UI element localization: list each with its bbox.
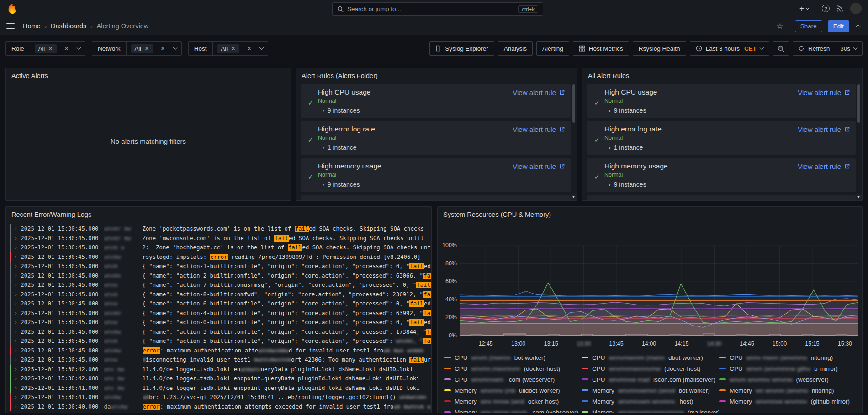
scrollbar-thumb[interactable] (572, 84, 575, 123)
legend-item[interactable]: Memory wnv mnvw (wndocker-host) (444, 396, 582, 407)
alert-rule-instances-toggle[interactable]: ›1 instance (604, 144, 798, 151)
legend-item[interactable]: wnvm wnvmnv wmvnw (webserver) (719, 374, 857, 385)
scroll-down-icon[interactable]: ▼ (571, 194, 577, 200)
log-line[interactable]: ›2025-12-01 15:30:45.000wnvmn{ "name": "… (10, 309, 431, 318)
menu-toggle-icon[interactable] (6, 23, 15, 29)
chevron-down-icon[interactable] (77, 47, 80, 49)
expand-log-icon[interactable]: › (14, 355, 17, 365)
expand-log-icon[interactable]: › (14, 224, 17, 234)
log-line[interactable]: ›2025-12-01 15:30:45.000wnvmwerror: maxi… (10, 346, 431, 356)
alert-rule-instances-toggle[interactable]: ›9 instances (318, 181, 513, 188)
log-line[interactable]: ›2025-12-01 15:30:45.000wnvm{ "name": "a… (10, 290, 431, 299)
add-new-button[interactable]: + (799, 4, 809, 13)
log-line[interactable]: ›2025-12-01 15:30:45.000wnvw{ "name": "a… (10, 318, 431, 327)
expand-log-icon[interactable]: › (14, 365, 17, 374)
legend-item[interactable]: Memory wnvmnvwm wnvmnv.host) (582, 396, 719, 407)
view-alert-rule-link[interactable]: View alert rule (798, 125, 850, 151)
expand-log-icon[interactable]: › (14, 383, 17, 393)
panel-title[interactable]: Active Alerts (6, 68, 291, 84)
refresh-interval-dropdown[interactable]: 30s (835, 42, 862, 55)
alert-rule-instances-toggle[interactable]: ›9 instances (604, 107, 798, 114)
clear-filter-icon[interactable]: ✕ (247, 45, 252, 52)
log-line[interactable]: ›2025-12-01 15:30:45.000wnvmwrsyslogd: i… (10, 252, 431, 262)
expand-log-icon[interactable]: › (14, 374, 17, 383)
share-button[interactable]: Share (795, 20, 822, 32)
filter-value-chip[interactable]: All✕ (131, 44, 153, 53)
expand-log-icon[interactable]: › (14, 243, 17, 252)
view-alert-rule-link[interactable]: View alert rule (513, 162, 565, 188)
news-rss-icon[interactable] (836, 5, 844, 12)
view-alert-rule-link[interactable]: View alert rule (798, 88, 850, 114)
clear-filter-icon[interactable]: ✕ (160, 45, 165, 52)
log-line[interactable]: ›2025-12-01 15:30:42.000wnv mw11.4.0/ce … (10, 365, 431, 374)
log-line[interactable]: ›2025-12-01 15:30:45.000wnvm{ "name": "a… (10, 262, 431, 271)
expand-log-icon[interactable]: › (14, 309, 17, 318)
expand-log-icon[interactable]: › (14, 290, 17, 299)
log-line[interactable]: ›2025-12-01 15:30:45.000wnvm{ "name": "a… (10, 336, 431, 346)
filter-value-chip[interactable]: All✕ (35, 44, 57, 53)
log-line[interactable]: ›2025-12-01 15:30:45.000wnvmr mwZone 'mw… (10, 234, 431, 243)
legend-item[interactable]: Memory wnvmnv (mbuildbot-worker) (444, 385, 582, 396)
legend-item[interactable]: CPU wnvmnvw madiscon.com (mailserver) (582, 374, 719, 385)
favorite-star-icon[interactable]: ☆ (776, 21, 783, 31)
plot-area[interactable] (460, 242, 858, 339)
scroll-down-icon[interactable]: ▼ (856, 194, 862, 200)
expand-log-icon[interactable]: › (14, 271, 17, 281)
expand-log-icon[interactable]: › (14, 252, 17, 262)
log-line[interactable]: ›2025-12-01 15:30:40.000dawnvmwerror: ma… (10, 402, 431, 412)
expand-log-icon[interactable]: › (14, 280, 17, 290)
scrollbar-thumb[interactable] (857, 84, 860, 123)
legend-item[interactable]: CPU wnvmn.mwvnnvm (docker-host) (444, 363, 582, 374)
alert-rule-instances-toggle[interactable]: ›9 instances (604, 181, 798, 188)
alert-rule-instances-toggle[interactable]: ›9 instances (318, 107, 513, 114)
expand-log-icon[interactable]: › (14, 346, 17, 356)
chevron-down-icon[interactable] (260, 47, 263, 49)
zoom-out-button[interactable] (773, 41, 789, 56)
log-line[interactable]: ›2025-12-01 15:30:45.000wnvm w2: Zone 'h… (10, 243, 431, 252)
view-alert-rule-link[interactable]: View alert rule (798, 199, 850, 200)
expand-log-icon[interactable]: › (14, 327, 17, 337)
view-alert-rule-link[interactable]: View alert rule (513, 125, 565, 151)
view-alert-rule-link[interactable]: View alert rule (513, 199, 565, 200)
grafana-logo-icon[interactable] (6, 3, 18, 15)
legend-item[interactable]: CPU wnnvmwvnm (mwnndbot-worker) (582, 352, 719, 363)
expand-log-icon[interactable]: › (14, 262, 17, 271)
timeseries-canvas[interactable] (460, 242, 858, 339)
alerting-link-button[interactable]: Alerting (536, 41, 569, 56)
legend-item[interactable]: Memory wnvmnvwmvnwnvmnvw (mailserver) (582, 407, 719, 413)
expand-log-icon[interactable]: › (14, 234, 17, 243)
legend-item[interactable]: CPU wnvm (mwnnvbot-worker) (444, 352, 582, 363)
help-icon[interactable]: ? (822, 5, 830, 12)
log-line[interactable]: ›2025-12-01 15:30:41.000wnvmwwmbr: 1.23.… (10, 393, 431, 402)
log-line[interactable]: ›2025-12-01 15:30:45.000wnvmn{ "name": "… (10, 271, 431, 281)
panel-title[interactable]: Alert Rules (Alerts Folder) (296, 68, 577, 84)
rsyslog-health-link-button[interactable]: Rsyslog Health (633, 41, 686, 56)
breadcrumb-home[interactable]: Home (23, 22, 41, 30)
refresh-button[interactable]: Refresh (793, 42, 835, 55)
panel-title[interactable]: Recent Error/Warning Logs (6, 207, 431, 222)
legend-item[interactable]: CPU wnvmnvwm.com (webserver) (444, 374, 582, 385)
syslog-explorer-link-button[interactable]: Syslog Explorer (429, 41, 494, 56)
panel-title[interactable]: System Resources (CPU & Memory) (438, 207, 862, 222)
legend-item[interactable]: CPU wnvmnmwvnnvmw (docker-host) (582, 363, 719, 374)
expand-log-icon[interactable]: › (14, 393, 17, 402)
clear-filter-icon[interactable]: ✕ (64, 45, 69, 52)
log-line[interactable]: ›2025-12-01 15:30:42.000wnv mw11.4.0/ce … (10, 374, 431, 383)
legend-item[interactable]: Memory wnvmnvw wnvmnv (github-mirror) (719, 396, 857, 407)
search-input[interactable]: Search or jump to... ctrl+k (332, 2, 543, 16)
scrollbar[interactable]: ▼ (571, 84, 577, 200)
legend-item[interactable]: Memory wn wnvmn (wnvmonitoring) (719, 385, 857, 396)
legend-item[interactable]: CPU wnvm (wnvmmnw github-mirror) (719, 363, 857, 374)
legend-item[interactable]: Memory wnvmnvwmvn (wnvdbot-worker) (582, 385, 719, 396)
log-line[interactable]: ›2025-12-01 15:30:45.000wnvw{ "name": "a… (10, 299, 431, 309)
log-line[interactable]: ›2025-12-01 15:30:45.000wnvmr mwZone 'po… (10, 224, 431, 234)
view-alert-rule-link[interactable]: View alert rule (513, 88, 565, 114)
log-line[interactable]: ›2025-12-01 15:30:45.000wnvmw{ "name": "… (10, 327, 431, 337)
log-line[interactable]: ›2025-12-01 15:30:41.000wnv mw11.4.0/ce … (10, 383, 431, 393)
host-metrics-link-button[interactable]: Host Metrics (573, 41, 629, 56)
expand-log-icon[interactable]: › (14, 299, 17, 309)
expand-log-icon[interactable]: › (14, 402, 17, 412)
time-range-picker[interactable]: Last 3 hoursCET (690, 41, 769, 56)
filter-value-chip[interactable]: All✕ (217, 44, 239, 53)
remove-value-icon[interactable]: ✕ (231, 45, 236, 52)
